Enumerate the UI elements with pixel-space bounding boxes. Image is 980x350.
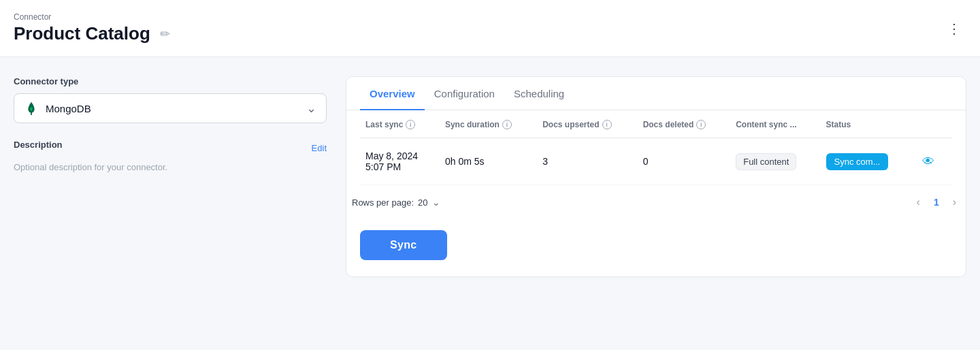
rows-per-page-value: 20 <box>418 197 427 208</box>
sync-duration-info-icon: i <box>502 120 512 129</box>
last-sync-time: 5:07 PM <box>365 161 434 172</box>
cell-docs-deleted: 0 <box>638 138 731 185</box>
table-row: May 8, 2024 5:07 PM 0h 0m 5s 3 0 Full co… <box>360 138 952 185</box>
right-panel: Overview Configuration Scheduling Last s… <box>346 76 966 277</box>
next-page-button[interactable]: › <box>949 195 960 210</box>
full-content-badge: Full content <box>736 153 796 170</box>
header-subtitle: Connector <box>14 12 173 22</box>
sync-status-badge: Sync com... <box>826 153 889 170</box>
col-docs-upserted: Docs upserted i <box>537 110 637 138</box>
col-status: Status <box>821 110 913 138</box>
header-title-row: Product Catalog ✏ <box>14 23 173 44</box>
docs-deleted-info-icon: i <box>696 120 706 129</box>
cell-view: 👁 <box>913 138 952 185</box>
cell-sync-duration: 0h 0m 5s <box>440 138 537 185</box>
col-actions <box>913 110 952 138</box>
pencil-icon: ✏ <box>160 27 170 42</box>
col-sync-duration: Sync duration i <box>440 110 537 138</box>
rows-per-page-label: Rows per page: <box>352 197 414 208</box>
header-left: Connector Product Catalog ✏ <box>14 12 173 44</box>
docs-upserted-info-icon: i <box>602 120 612 129</box>
sync-button-area: Sync <box>346 219 966 276</box>
tab-scheduling[interactable]: Scheduling <box>504 77 574 110</box>
tab-configuration[interactable]: Configuration <box>425 77 504 110</box>
eye-icon: 👁 <box>922 155 934 168</box>
description-placeholder-text: Optional description for your connector. <box>14 162 327 172</box>
pagination-row: Rows per page: 20 ⌄ ‹ 1 › <box>346 185 966 219</box>
svg-point-0 <box>30 107 33 111</box>
connector-type-label: Connector type <box>14 76 327 86</box>
cell-status: Sync com... <box>821 138 913 185</box>
connector-type-select[interactable]: MongoDB ⌄ <box>14 93 327 123</box>
mongodb-icon <box>24 101 39 116</box>
chevron-down-icon: ⌄ <box>306 101 316 116</box>
last-sync-info-icon: i <box>406 120 415 129</box>
sync-table-area: Last sync i Sync duration i <box>346 110 966 185</box>
edit-description-link[interactable]: Edit <box>312 143 327 153</box>
cell-docs-upserted: 3 <box>537 138 637 185</box>
rows-per-page-chevron-icon: ⌄ <box>432 197 440 208</box>
cell-last-sync: May 8, 2024 5:07 PM <box>360 138 440 185</box>
col-last-sync: Last sync i <box>360 110 440 138</box>
more-icon: ⋮ <box>947 21 961 36</box>
page-title: Product Catalog <box>14 23 150 44</box>
left-panel: Connector type MongoDB ⌄ Description Edi… <box>14 76 327 172</box>
sync-button[interactable]: Sync <box>360 230 447 260</box>
tab-overview[interactable]: Overview <box>360 77 425 110</box>
page-navigation: ‹ 1 › <box>913 195 960 210</box>
rows-per-page-selector[interactable]: Rows per page: 20 ⌄ <box>352 197 440 208</box>
sync-table: Last sync i Sync duration i <box>360 110 952 185</box>
tab-bar: Overview Configuration Scheduling <box>346 77 966 110</box>
prev-page-button[interactable]: ‹ <box>913 195 924 210</box>
description-label: Description <box>14 140 63 150</box>
cell-content-sync: Full content <box>730 138 820 185</box>
view-sync-button[interactable]: 👁 <box>918 153 938 170</box>
connector-name-label: MongoDB <box>46 103 91 114</box>
description-section-header: Description Edit <box>14 140 327 157</box>
page-header: Connector Product Catalog ✏ ⋮ <box>0 0 980 57</box>
more-options-button[interactable]: ⋮ <box>942 18 966 39</box>
current-page-number: 1 <box>928 195 945 209</box>
last-sync-date: May 8, 2024 <box>365 150 434 161</box>
col-content-sync: Content sync ... <box>730 110 820 138</box>
edit-title-button[interactable]: ✏ <box>157 24 173 44</box>
connector-select-left: MongoDB <box>24 101 91 116</box>
main-content: Connector type MongoDB ⌄ Description Edi… <box>0 57 980 296</box>
col-docs-deleted: Docs deleted i <box>638 110 731 138</box>
